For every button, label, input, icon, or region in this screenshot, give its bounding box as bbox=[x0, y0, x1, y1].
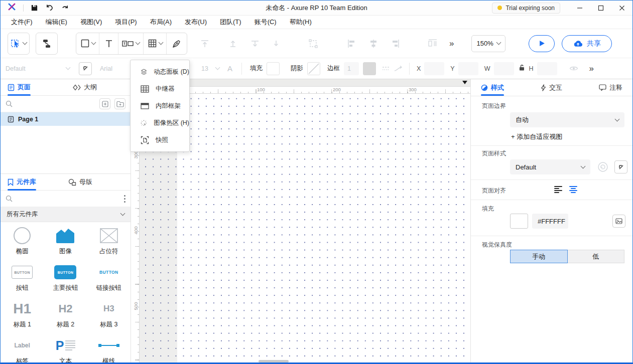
paragraph-icon: P bbox=[56, 336, 76, 355]
widget-heading2[interactable]: H2 标题 2 bbox=[44, 295, 87, 332]
tab-outline[interactable]: 大纲 bbox=[73, 79, 97, 95]
widget-style-select[interactable]: Default bbox=[6, 65, 70, 72]
w-field[interactable] bbox=[494, 62, 514, 75]
preview-button[interactable] bbox=[529, 35, 555, 52]
cloud-upload-icon bbox=[573, 40, 583, 47]
library-search-row bbox=[1, 191, 131, 207]
titlebar-divider bbox=[23, 5, 24, 12]
select-tool-button[interactable] bbox=[8, 33, 30, 55]
inline-frame-icon bbox=[141, 103, 149, 109]
minimize-button[interactable] bbox=[569, 1, 590, 16]
widget-horizontal-line[interactable]: 横线 bbox=[87, 332, 131, 364]
menu-item-inline-frame[interactable]: 内部框架 bbox=[131, 97, 189, 114]
fill-color-swatch[interactable] bbox=[267, 62, 280, 75]
add-folder-button[interactable] bbox=[114, 98, 125, 109]
shadow-swatch[interactable] bbox=[307, 62, 320, 75]
widget-label[interactable]: Label 标签 bbox=[1, 332, 44, 364]
toolbar-more-button[interactable]: » bbox=[449, 39, 453, 49]
fidelity-manual-button[interactable]: 手动 bbox=[510, 250, 568, 263]
close-button[interactable] bbox=[611, 1, 632, 16]
menu-item-repeater[interactable]: 中继器 bbox=[131, 80, 189, 97]
tab-pages[interactable]: 页面 bbox=[8, 79, 31, 95]
menu-item-dynamic-panel[interactable]: 动态面板 (D) bbox=[131, 63, 189, 80]
x-field[interactable] bbox=[424, 62, 444, 75]
menu-item-snapshot[interactable]: 快照 bbox=[131, 131, 189, 148]
formatbar-more-button[interactable]: » bbox=[589, 64, 593, 74]
widget-link-button[interactable]: BUTTON 链接按钮 bbox=[87, 259, 131, 295]
text-tool-button[interactable] bbox=[99, 33, 118, 54]
align-center-icon bbox=[366, 35, 381, 52]
add-adaptive-view-link[interactable]: + 添加自适应视图 bbox=[511, 132, 562, 141]
fidelity-low-button[interactable]: 低 bbox=[568, 250, 625, 263]
table-tool-button[interactable] bbox=[144, 33, 167, 54]
font-color-button[interactable]: A bbox=[227, 64, 232, 73]
menu-help[interactable]: 帮助(H) bbox=[284, 16, 317, 28]
library-search-input[interactable] bbox=[17, 195, 120, 202]
menu-view[interactable]: 视图(V) bbox=[75, 16, 107, 28]
widget-text[interactable]: P 文本 bbox=[44, 332, 87, 364]
menu-edit[interactable]: 编辑(E) bbox=[40, 16, 73, 28]
save-button[interactable] bbox=[31, 4, 38, 12]
tab-widget-library[interactable]: 元件库 bbox=[8, 174, 36, 190]
page-align-left-button[interactable] bbox=[554, 186, 562, 193]
library-filter-select[interactable]: 所有元件库 bbox=[1, 207, 131, 222]
font-size-select[interactable]: 13 bbox=[201, 65, 219, 72]
page-align-center-button[interactable] bbox=[569, 186, 577, 193]
widget-primary-button[interactable]: BUTTON 主要按钮 bbox=[44, 259, 87, 295]
widget-heading1[interactable]: H1 标题 1 bbox=[1, 295, 44, 332]
maximize-button[interactable] bbox=[590, 1, 611, 16]
undo-button[interactable] bbox=[45, 4, 54, 12]
page-align-label: 页面对齐 bbox=[482, 187, 506, 195]
page-style-picker-button[interactable] bbox=[614, 160, 627, 173]
tab-style[interactable]: 样式 bbox=[481, 79, 504, 96]
tab-interactions[interactable]: 交互 bbox=[541, 79, 562, 96]
menu-project[interactable]: 项目(P) bbox=[109, 16, 142, 28]
search-icon bbox=[6, 100, 13, 107]
page-style-select[interactable]: Default bbox=[510, 159, 590, 174]
widget-image[interactable]: 图像 bbox=[44, 222, 87, 259]
menu-file[interactable]: 文件(F) bbox=[6, 16, 38, 28]
menu-account[interactable]: 账号(C) bbox=[249, 16, 282, 28]
widget-ellipse[interactable]: 椭圆 bbox=[1, 222, 44, 259]
page-style-chevron-icon bbox=[581, 163, 586, 168]
border-color-swatch[interactable] bbox=[363, 62, 376, 75]
ruler-options-toggle[interactable] bbox=[462, 81, 467, 84]
page-fill-hex-field[interactable]: #FFFFFF bbox=[532, 214, 568, 229]
menu-layout[interactable]: 布局(A) bbox=[145, 16, 177, 28]
share-button[interactable]: 共享 bbox=[562, 35, 612, 52]
widget-placeholder[interactable]: 占位符 bbox=[87, 222, 131, 259]
style-picker-button[interactable] bbox=[79, 62, 92, 75]
canvas-h-scrollbar-thumb[interactable] bbox=[259, 360, 289, 362]
trial-badge[interactable]: Trial expiring soon bbox=[492, 3, 560, 14]
page-fill-image-button[interactable] bbox=[612, 215, 625, 228]
widget-heading3[interactable]: H3 标题 3 bbox=[87, 295, 131, 332]
zoom-select[interactable]: 150% bbox=[471, 35, 505, 52]
border-width-field[interactable]: 1 bbox=[344, 62, 359, 75]
connector-tool-button[interactable] bbox=[36, 33, 58, 55]
page-fill-swatch[interactable] bbox=[510, 214, 528, 229]
zoom-chevron-icon bbox=[496, 40, 501, 45]
font-family-select[interactable]: Arial bbox=[100, 65, 130, 72]
inline-frame-tool-button[interactable] bbox=[118, 33, 144, 54]
box-tool-button[interactable] bbox=[76, 33, 99, 54]
pen-tool-button[interactable] bbox=[167, 33, 187, 54]
redo-button[interactable] bbox=[61, 4, 69, 12]
link-button-icon: BUTTON bbox=[99, 263, 118, 282]
pages-search-input[interactable] bbox=[17, 100, 95, 107]
y-field[interactable] bbox=[458, 62, 478, 75]
widget-button[interactable]: BUTTON 按钮 bbox=[1, 259, 44, 295]
tab-notes-label: 注释 bbox=[609, 83, 622, 92]
widget-grid: 椭圆 图像 占位符 bbox=[1, 222, 131, 364]
add-page-button[interactable] bbox=[99, 98, 110, 109]
tab-masters[interactable]: 母版 bbox=[68, 174, 92, 190]
menu-item-hotspot[interactable]: 图像热区 (H) bbox=[131, 114, 189, 131]
menu-team[interactable]: 团队(T) bbox=[214, 16, 247, 28]
style-icon bbox=[481, 84, 488, 91]
lock-ratio-icon[interactable] bbox=[519, 64, 525, 73]
page-bounds-select[interactable]: 自动 bbox=[510, 112, 624, 127]
menu-publish[interactable]: 发布(U) bbox=[179, 16, 212, 28]
h-field[interactable] bbox=[537, 62, 557, 75]
tab-notes[interactable]: 注释 bbox=[599, 79, 622, 96]
page-tree-item-page1[interactable]: Page 1 bbox=[1, 112, 131, 126]
library-menu-button[interactable] bbox=[124, 195, 125, 203]
